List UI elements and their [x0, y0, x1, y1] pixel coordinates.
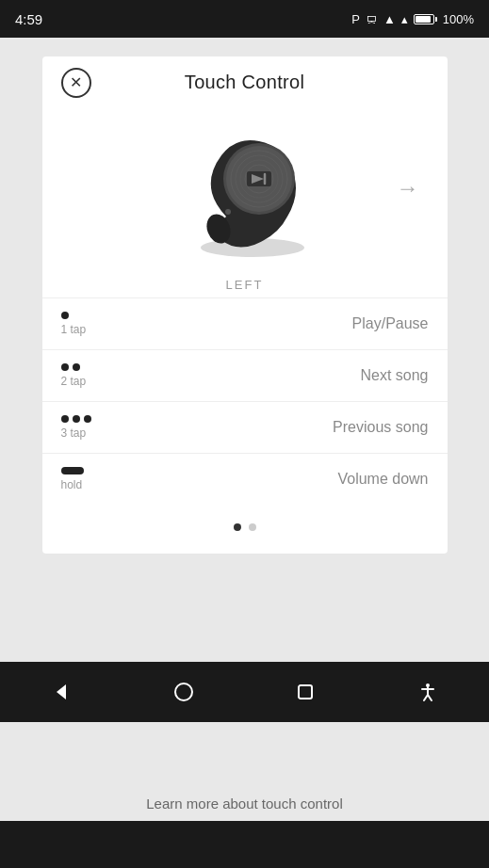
svg-point-8: [225, 209, 231, 215]
svg-line-17: [428, 695, 432, 700]
control-row-3tap: 3 tap Previous song: [42, 401, 448, 453]
status-time: 4:59: [15, 11, 42, 27]
svg-marker-10: [57, 684, 66, 699]
page-dot-2: [249, 523, 256, 531]
wifi-icon: ▴: [401, 12, 408, 26]
nav-back-button[interactable]: [41, 671, 82, 713]
control-left-hold: hold: [61, 467, 137, 491]
nav-home-button[interactable]: [163, 671, 204, 713]
battery-percent: 100%: [443, 12, 474, 26]
page-dot-1: [234, 523, 241, 531]
tap-label-1: 1 tap: [61, 323, 87, 336]
tap-label-2: 2 tap: [61, 375, 87, 388]
dots-3: [61, 415, 91, 423]
next-arrow-icon[interactable]: →: [397, 175, 419, 201]
action-next-song: Next song: [137, 367, 429, 384]
svg-point-11: [175, 683, 192, 700]
dots-1: [61, 312, 69, 319]
home-area: [0, 821, 489, 868]
side-label: LEFT: [42, 268, 448, 297]
tap-label-3: 3 tap: [61, 426, 87, 440]
nav-bar: [0, 662, 489, 722]
nav-accessibility-button[interactable]: [407, 671, 448, 713]
tap-label-hold: hold: [61, 478, 83, 491]
action-volume-down: Volume down: [137, 471, 429, 488]
touch-control-card: ✕ Touch Control →: [42, 56, 448, 554]
hold-dash: [61, 467, 84, 474]
control-row-1tap: 1 tap Play/Pause: [42, 297, 448, 349]
dot-3a: [61, 415, 69, 423]
control-left-1tap: 1 tap: [61, 312, 137, 336]
card-header: ✕ Touch Control: [42, 56, 448, 108]
status-bar: 4:59 P ⯳ ▲ ▴ 100%: [0, 0, 489, 38]
dot-2a: [61, 363, 69, 371]
dot-3c: [84, 415, 91, 423]
nav-recents-button[interactable]: [285, 671, 326, 713]
status-icons: P ⯳ ▲ ▴ 100%: [351, 12, 474, 26]
close-button[interactable]: ✕: [61, 68, 91, 98]
action-play-pause: Play/Pause: [137, 315, 429, 332]
dot-2b: [73, 363, 80, 371]
bluetooth-icon: ⯳: [366, 12, 378, 26]
dot-3b: [73, 415, 80, 423]
earphone-area: →: [42, 108, 448, 268]
control-row-hold: hold Volume down: [42, 453, 448, 505]
p-icon: P: [351, 12, 360, 26]
earphone-image: [170, 127, 320, 259]
control-left-3tap: 3 tap: [61, 415, 137, 440]
signal-icon: ▲: [383, 12, 396, 26]
action-previous-song: Previous song: [137, 419, 429, 436]
control-left-2tap: 2 tap: [61, 363, 137, 388]
learn-more-text[interactable]: Learn more about touch control: [146, 796, 342, 812]
control-row-2tap: 2 tap Next song: [42, 349, 448, 401]
pagination: [42, 505, 448, 554]
close-icon: ✕: [70, 75, 82, 90]
dot-1: [61, 312, 69, 319]
battery-icon: [414, 14, 437, 24]
svg-rect-12: [299, 685, 312, 699]
dots-2: [61, 363, 80, 371]
page-title: Touch Control: [185, 72, 304, 93]
controls-list: 1 tap Play/Pause 2 tap Next song: [42, 297, 448, 505]
